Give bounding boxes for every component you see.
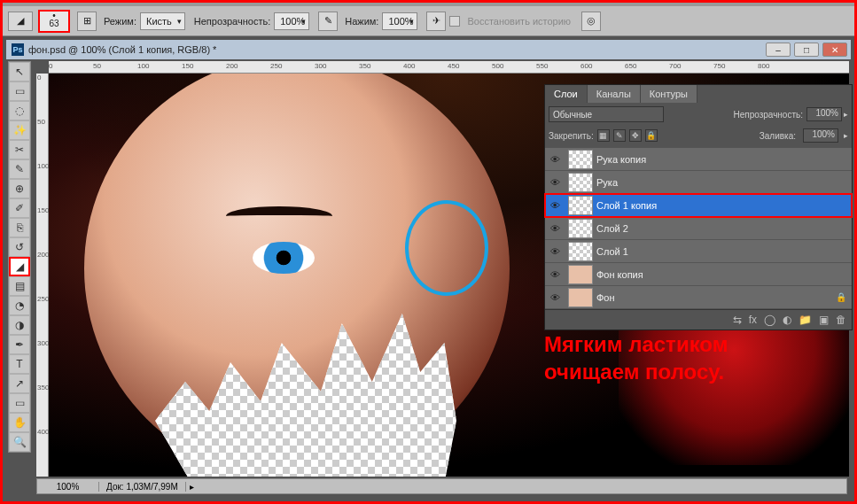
tab-layers[interactable]: Слои <box>545 85 588 103</box>
link-layers-icon[interactable]: ⇆ <box>733 314 742 326</box>
toolbox: ↖ ▭ ◌ ✨ ✂ ✎ ⊕ ✐ ⎘ ↺ ◢ ▤ ◔ ◑ ✒ T ↗ ▭ ✋ 🔍 <box>8 61 31 453</box>
minimize-button[interactable]: – <box>766 43 791 57</box>
flow-input[interactable]: 100% <box>382 12 417 30</box>
layer-row[interactable]: 👁Рука <box>545 171 852 194</box>
zoom-level[interactable]: 100% <box>37 482 99 492</box>
options-bar: ◢ • 63 ⊞ Режим: Кисть Непрозрачность: 10… <box>3 6 854 36</box>
visibility-icon[interactable]: 👁 <box>545 154 565 165</box>
airbrush-icon[interactable]: ✈ <box>426 12 446 31</box>
visibility-icon[interactable]: 👁 <box>545 200 565 211</box>
layer-name: Фон копия <box>596 269 643 280</box>
eraser-tool[interactable]: ◢ <box>9 257 30 276</box>
doc-size: Док: 1,03M/7,99M <box>99 482 186 492</box>
visibility-icon[interactable]: 👁 <box>545 292 565 303</box>
layer-opacity-input[interactable]: 100% <box>806 107 842 121</box>
layer-opacity-label: Непрозрачность: <box>733 110 803 120</box>
lock-transparent-icon[interactable]: ▦ <box>597 129 610 142</box>
visibility-icon[interactable]: 👁 <box>545 223 565 234</box>
visibility-icon[interactable]: 👁 <box>545 246 565 257</box>
zoom-tool[interactable]: 🔍 <box>9 432 30 452</box>
layer-name: Слой 1 <box>596 246 628 257</box>
tablet-pressure-icon[interactable]: ◎ <box>581 12 601 31</box>
lock-all-icon[interactable]: 🔒 <box>645 129 658 142</box>
new-layer-icon[interactable]: ▣ <box>819 314 829 326</box>
layer-row[interactable]: 👁Слой 1 копия <box>545 194 852 217</box>
layer-row[interactable]: 👁Фон копия <box>545 263 852 286</box>
layer-thumbnail <box>568 196 593 215</box>
flow-label: Нажим: <box>345 16 378 27</box>
dodge-tool[interactable]: ◑ <box>9 315 30 335</box>
layer-thumbnail <box>568 288 593 307</box>
adjustment-layer-icon[interactable]: ◐ <box>783 314 791 326</box>
layer-name: Рука копия <box>596 154 646 165</box>
type-tool[interactable]: T <box>9 354 30 374</box>
maximize-button[interactable]: □ <box>794 43 819 57</box>
document-title-bar: Ps фон.psd @ 100% (Слой 1 копия, RGB/8) … <box>6 40 851 59</box>
layer-thumbnail <box>568 219 593 238</box>
visibility-icon[interactable]: 👁 <box>545 177 565 188</box>
marquee-tool[interactable]: ▭ <box>9 81 30 101</box>
delete-layer-icon[interactable]: 🗑 <box>836 314 846 326</box>
opacity-input[interactable]: 100% <box>274 12 309 30</box>
lock-label: Закрепить: <box>549 131 594 141</box>
restore-history-checkbox[interactable] <box>449 16 460 27</box>
wand-tool[interactable]: ✨ <box>9 120 30 140</box>
mode-label: Режим: <box>104 16 136 27</box>
layer-style-icon[interactable]: fx <box>749 314 757 326</box>
eyedropper-tool[interactable]: ✎ <box>9 159 30 179</box>
shape-tool[interactable]: ▭ <box>9 393 30 413</box>
opacity-label: Непрозрачность: <box>194 16 270 27</box>
visibility-icon[interactable]: 👁 <box>545 269 565 280</box>
crop-tool[interactable]: ✂ <box>9 140 30 159</box>
fill-label: Заливка: <box>760 131 796 141</box>
tab-paths[interactable]: Контуры <box>641 85 697 103</box>
layer-thumbnail <box>568 242 593 261</box>
lock-image-icon[interactable]: ✎ <box>613 129 626 142</box>
brush-size-value: 63 <box>49 19 58 28</box>
lock-position-icon[interactable]: ✥ <box>629 129 642 142</box>
lasso-tool[interactable]: ◌ <box>9 101 30 120</box>
mode-dropdown[interactable]: Кисть <box>140 12 185 30</box>
layers-panel: Слои Каналы Контуры Обычные Непрозрачнос… <box>544 84 853 330</box>
history-brush-tool[interactable]: ↺ <box>9 237 30 257</box>
layer-mask-icon[interactable]: ◯ <box>764 314 775 326</box>
photoshop-icon: Ps <box>12 43 24 56</box>
eraser-tool-icon[interactable]: ◢ <box>8 12 33 31</box>
blur-tool[interactable]: ◔ <box>9 296 30 315</box>
brush-tool[interactable]: ✐ <box>9 198 30 218</box>
tab-channels[interactable]: Каналы <box>588 85 641 103</box>
group-icon[interactable]: 📁 <box>799 314 812 326</box>
layer-thumbnail <box>568 265 593 284</box>
document-title: фон.psd @ 100% (Слой 1 копия, RGB/8) * <box>28 44 216 55</box>
ruler-vertical: 050100150200250300350400 <box>36 74 49 477</box>
gradient-tool[interactable]: ▤ <box>9 276 30 296</box>
brush-panel-toggle[interactable]: ⊞ <box>77 12 97 31</box>
close-button[interactable]: ✕ <box>822 43 847 57</box>
layer-row[interactable]: 👁Фон🔒 <box>545 286 852 309</box>
pen-tool[interactable]: ✒ <box>9 335 30 354</box>
layer-name: Рука <box>596 177 618 188</box>
fill-input[interactable]: 100% <box>803 128 838 143</box>
lock-icon: 🔒 <box>836 292 846 302</box>
status-bar: 100% Док: 1,03M/7,99M ▸ <box>36 478 847 494</box>
hand-tool[interactable]: ✋ <box>9 413 30 432</box>
blend-mode-dropdown[interactable]: Обычные <box>549 106 664 122</box>
highlight-circle <box>405 200 488 296</box>
layer-row[interactable]: 👁Слой 2 <box>545 217 852 240</box>
layers-panel-footer: ⇆ fx ◯ ◐ 📁 ▣ 🗑 <box>545 309 852 330</box>
stamp-tool[interactable]: ⎘ <box>9 218 30 237</box>
annotation-text: Мягким ластиком очищаем полосу. <box>544 330 837 385</box>
path-tool[interactable]: ↗ <box>9 374 30 393</box>
layer-row[interactable]: 👁Слой 1 <box>545 240 852 263</box>
brush-size-picker[interactable]: • 63 <box>38 10 70 33</box>
layers-list: 👁Рука копия👁Рука👁Слой 1 копия👁Слой 2👁Сло… <box>545 148 852 309</box>
layer-name: Фон <box>596 292 615 303</box>
move-tool[interactable]: ↖ <box>9 62 30 81</box>
heal-tool[interactable]: ⊕ <box>9 179 30 198</box>
layer-thumbnail <box>568 150 593 169</box>
restore-history-label: Восстановить историю <box>467 16 571 27</box>
layer-name: Слой 1 копия <box>596 200 657 211</box>
layer-row[interactable]: 👁Рука копия <box>545 148 852 171</box>
layer-name: Слой 2 <box>596 223 628 234</box>
opacity-pressure-icon[interactable]: ✎ <box>318 12 338 31</box>
